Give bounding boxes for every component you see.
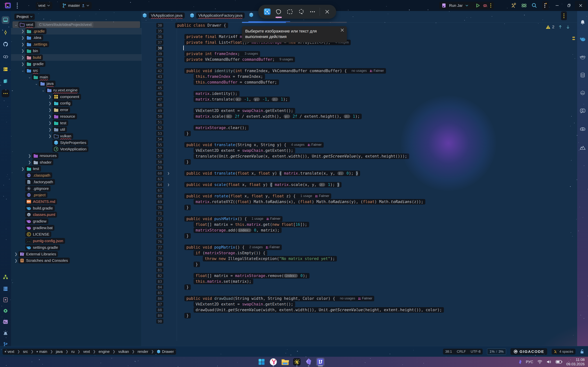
breadcrumb-item-engine[interactable]: engine — [98, 350, 110, 354]
minimize-button[interactable] — [551, 1, 563, 10]
gradle-tool-icon[interactable] — [579, 35, 587, 43]
author-hint[interactable]: Falmer — [370, 69, 384, 73]
chevron-collapsed-icon[interactable]: ❯ — [48, 127, 52, 132]
tree-item--project[interactable]: .project — [20, 192, 47, 198]
starburst-app-icon[interactable] — [293, 358, 301, 366]
github-tool-icon[interactable] — [2, 40, 9, 48]
tree-item-ru-vext-engine[interactable]: ⌄ru.vext.engine — [41, 87, 79, 93]
editor-tab-vkapplication-java[interactable]: VkApplication.java — [142, 12, 185, 18]
tree-item-java[interactable]: ⌄java — [34, 80, 55, 87]
chevron-collapsed-icon[interactable]: ❯ — [20, 49, 25, 53]
chevron-collapsed-icon[interactable]: ❯ — [48, 121, 52, 125]
chevron-expanded-icon[interactable]: ⌄ — [27, 75, 32, 79]
breadcrumb-item-vext[interactable]: vext — [5, 350, 14, 354]
project-tool-icon[interactable] — [2, 16, 9, 24]
tree-item--gitignore[interactable]: .gitignore — [20, 185, 51, 192]
tree-item-config[interactable]: ❯config — [48, 100, 72, 107]
tooltip-close-icon[interactable] — [340, 28, 344, 32]
tree-item-styleproperties[interactable]: StyleProperties — [48, 139, 88, 146]
bookmarks-tool-icon[interactable] — [2, 296, 9, 304]
database-yellow-tool-icon[interactable] — [2, 65, 9, 73]
wifi-icon[interactable] — [537, 360, 542, 364]
usages-hint[interactable]: no usages — [340, 297, 355, 300]
chevron-collapsed-icon[interactable]: ❯ — [48, 134, 52, 138]
tree-item-classes-puml[interactable]: MLclasses.puml — [20, 211, 57, 218]
freeform-select-icon[interactable] — [275, 8, 283, 16]
tree-item-pumlg-config-json[interactable]: {..}pumlg-config.json — [20, 238, 65, 244]
tree-item-src[interactable]: ⌄src — [20, 67, 40, 74]
tree-item-vext[interactable]: ⌄vextC:\Users\foulo\IdeaProjects\vext — [14, 21, 93, 28]
titlebar-kebab-icon[interactable] — [539, 1, 551, 10]
close-button[interactable] — [575, 1, 587, 10]
uml-tool-icon[interactable]: UML — [579, 89, 587, 97]
chevron-collapsed-icon[interactable]: ❯ — [48, 114, 52, 118]
tree-item--gradle[interactable]: ❯.gradle — [20, 28, 46, 34]
terminal-tool-icon[interactable] — [2, 318, 9, 326]
code-editor[interactable]: 30public class Drawer {3536private final… — [142, 22, 577, 346]
tree-item-gradle[interactable]: ❯gradle — [20, 61, 45, 67]
chevron-expanded-icon[interactable]: ⌄ — [14, 23, 18, 27]
tree-item-build-gradle[interactable]: build.gradle — [20, 205, 55, 211]
chevron-collapsed-icon[interactable]: ❯ — [20, 42, 25, 46]
usages-hint[interactable]: 9 usages — [279, 58, 293, 61]
chevron-collapsed-icon[interactable]: ❯ — [27, 160, 32, 164]
debug-button[interactable] — [483, 3, 487, 8]
mountains-tool-icon[interactable] — [579, 144, 587, 152]
clock[interactable]: 11:08 09.03.2026 — [566, 358, 585, 366]
docker-tool-icon[interactable] — [579, 53, 587, 61]
chevron-collapsed-icon[interactable]: ❯ — [14, 259, 18, 263]
fold-chevron-icon[interactable]: ❯ — [167, 183, 169, 186]
tree-item--factorypath[interactable]: .factorypath — [20, 179, 55, 185]
services-tool-icon[interactable] — [2, 285, 9, 293]
chevron-expanded-icon[interactable]: ⌄ — [20, 68, 25, 73]
usages-hint[interactable]: 1 usage — [252, 217, 263, 221]
file-explorer-icon[interactable] — [281, 358, 289, 366]
chevron-collapsed-icon[interactable]: ❯ — [20, 167, 25, 171]
tree-item-external-libraries[interactable]: ❯External Libraries — [14, 251, 58, 257]
author-hint[interactable]: Falmer — [308, 143, 322, 147]
chevron-collapsed-icon[interactable]: ❯ — [20, 29, 25, 33]
git-branch-widget[interactable]: master — [60, 2, 92, 9]
chevron-down-icon[interactable] — [466, 5, 468, 6]
main-menu-kebab-icon[interactable] — [17, 2, 18, 9]
build-gear-tool-icon[interactable] — [2, 307, 9, 315]
chevron-collapsed-icon[interactable]: ❯ — [20, 36, 25, 40]
intellij-idea-icon[interactable] — [316, 358, 325, 366]
editor-tab-vkapplicationfactory-java[interactable]: VkApplicationFactory.java — [190, 12, 245, 18]
tree-item-resources[interactable]: ❯resources — [27, 152, 59, 159]
gigacode-chat-tool-icon[interactable] — [579, 107, 587, 115]
lock-icon[interactable] — [580, 349, 584, 354]
gigacode-tool-icon[interactable] — [579, 125, 587, 133]
run-button[interactable] — [476, 3, 480, 8]
usages-hint[interactable]: 3 usages — [245, 52, 258, 56]
tree-item-license[interactable]: LICENSE — [20, 231, 51, 238]
encoding[interactable]: UTF-8 — [471, 350, 481, 354]
run-more-kebab-icon[interactable] — [490, 3, 491, 8]
tree-item--settings[interactable]: ❯.settings — [20, 41, 49, 48]
tree-item-gradlew-bat[interactable]: gradlew.bat — [20, 225, 54, 231]
tab-options-kebab-icon[interactable] — [561, 11, 567, 20]
documentation-tool-icon[interactable] — [2, 77, 9, 85]
database-tool-icon[interactable] — [579, 71, 587, 79]
tree-item-settings-gradle[interactable]: settings.gradle — [20, 244, 60, 251]
chevron-expanded-icon[interactable]: ⌄ — [41, 88, 46, 92]
tree-item-error[interactable]: ❯error — [48, 107, 70, 113]
project-panel-header[interactable]: Project — [14, 14, 35, 20]
chevron-expanded-icon[interactable]: ⌄ — [34, 82, 39, 86]
chevron-collapsed-icon[interactable]: ❯ — [48, 101, 52, 105]
battery-icon[interactable] — [556, 360, 562, 364]
indent-widget[interactable]: 4 spaces — [552, 349, 576, 355]
breadcrumb-item-java[interactable]: java — [56, 350, 63, 354]
usages-hint[interactable]: no usages — [351, 69, 367, 73]
tree-item-vulkan[interactable]: ❯vulkan — [48, 133, 73, 139]
tree-item-build[interactable]: ❯build — [20, 54, 43, 61]
tree-item-scratches-and-consoles[interactable]: ❯Scratches and Consoles — [14, 257, 70, 264]
tools-icon[interactable] — [509, 1, 519, 10]
breadcrumb-item-render[interactable]: render — [138, 350, 148, 354]
tree-item-bin[interactable]: ❯bin — [20, 48, 40, 54]
breadcrumb-item-vulkan[interactable]: vulkan — [118, 350, 129, 354]
tree-item--classpath[interactable]: .classpath — [20, 172, 52, 179]
search-everywhere-icon[interactable] — [529, 1, 539, 10]
usages-hint[interactable]: 1 usage — [300, 194, 312, 198]
tree-item-shader[interactable]: ❯shader — [27, 159, 53, 166]
